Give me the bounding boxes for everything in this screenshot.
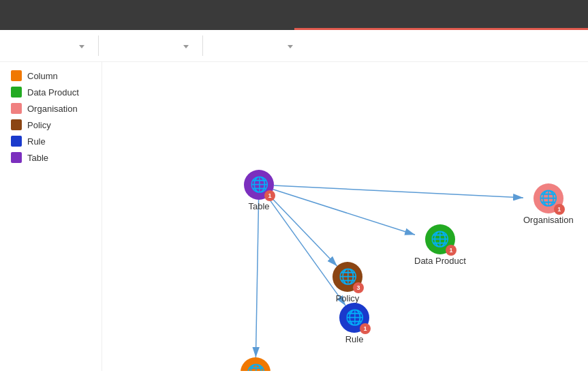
node-label-rule: Rule bbox=[345, 334, 364, 344]
legend: Column Data Product Organisation Policy … bbox=[0, 62, 102, 371]
node-circle-column: 🌐 11 bbox=[241, 357, 270, 371]
node-label-data-product: Data Product bbox=[414, 256, 466, 266]
toolbar-divider-2 bbox=[202, 35, 203, 56]
legend-color-organisation bbox=[11, 103, 22, 114]
main-content: Column Data Product Organisation Policy … bbox=[0, 62, 588, 371]
legend-label-table: Table bbox=[27, 153, 48, 163]
group-by-property-arrow-icon bbox=[79, 45, 84, 48]
legend-item-column: Column bbox=[11, 70, 91, 81]
legend-label-organisation: Organisation bbox=[27, 104, 78, 114]
node-label-organisation: Organisation bbox=[523, 215, 574, 225]
node-badge-organisation: 1 bbox=[554, 204, 565, 215]
legend-label-rule: Rule bbox=[27, 136, 46, 147]
simplify-graph-select[interactable] bbox=[112, 45, 189, 48]
legend-color-data product bbox=[11, 87, 22, 98]
globe-icon-data-product: 🌐 bbox=[431, 230, 449, 248]
tab-map[interactable] bbox=[294, 0, 589, 30]
node-badge-data-product: 1 bbox=[446, 245, 457, 256]
group-by-property-group bbox=[8, 44, 84, 48]
node-column[interactable]: 🌐 11 Column bbox=[241, 357, 271, 371]
select-view-arrow-icon bbox=[288, 45, 293, 48]
legend-label-data product: Data Product bbox=[27, 87, 79, 98]
simplify-graph-group bbox=[112, 44, 189, 48]
globe-icon-rule: 🌐 bbox=[345, 309, 364, 327]
node-badge-policy: 3 bbox=[353, 282, 364, 293]
node-circle-table: 🌐 1 bbox=[244, 170, 274, 200]
node-organisation[interactable]: 🌐 1 Organisation bbox=[523, 183, 574, 225]
legend-item-organisation: Organisation bbox=[11, 103, 91, 114]
node-circle-rule: 🌐 1 bbox=[339, 303, 369, 333]
legend-color-table bbox=[11, 152, 22, 163]
node-circle-organisation: 🌐 1 bbox=[533, 183, 563, 213]
header-tabs bbox=[0, 0, 588, 30]
legend-item-rule: Rule bbox=[11, 136, 91, 147]
node-data-product[interactable]: 🌐 1 Data Product bbox=[414, 224, 466, 266]
legend-color-policy bbox=[11, 119, 22, 130]
arrow-table-to-policy bbox=[269, 196, 337, 266]
node-circle-policy: 🌐 3 bbox=[332, 262, 362, 292]
arrow-table-to-organisation bbox=[274, 185, 523, 198]
legend-color-rule bbox=[11, 136, 22, 147]
simplify-graph-arrow-icon bbox=[183, 45, 189, 48]
globe-icon-column: 🌐 bbox=[247, 363, 265, 371]
group-by-property-select[interactable] bbox=[8, 45, 84, 48]
node-circle-data-product: 🌐 1 bbox=[425, 224, 455, 254]
node-badge-table: 1 bbox=[264, 190, 275, 201]
legend-item-policy: Policy bbox=[11, 119, 91, 130]
globe-icon-table: 🌐 bbox=[250, 176, 268, 194]
node-table[interactable]: 🌐 1 Table bbox=[244, 170, 274, 211]
node-badge-rule: 1 bbox=[360, 323, 371, 334]
graph-area[interactable]: 🌐 1 Table 🌐 1 Organisation 🌐 1 Data Prod… bbox=[102, 62, 588, 371]
toolbar-divider-1 bbox=[98, 35, 99, 56]
legend-color-column bbox=[11, 70, 22, 81]
legend-item-table: Table bbox=[11, 152, 91, 163]
node-label-table: Table bbox=[248, 201, 269, 211]
toolbar bbox=[0, 30, 588, 62]
legend-label-column: Column bbox=[27, 71, 58, 81]
tab-table[interactable] bbox=[0, 0, 294, 30]
globe-icon-policy: 🌐 bbox=[339, 268, 357, 286]
select-view-select[interactable] bbox=[217, 45, 293, 48]
node-rule[interactable]: 🌐 1 Rule bbox=[339, 303, 369, 344]
node-policy[interactable]: 🌐 3 Policy bbox=[332, 262, 362, 303]
select-view-group bbox=[217, 44, 293, 48]
node-label-policy: Policy bbox=[336, 293, 360, 303]
arrow-table-to-data-product bbox=[273, 190, 415, 235]
legend-label-policy: Policy bbox=[27, 120, 51, 130]
globe-icon-organisation: 🌐 bbox=[539, 190, 557, 207]
arrow-table-to-column bbox=[256, 200, 258, 357]
legend-item-data-product: Data Product bbox=[11, 87, 91, 98]
